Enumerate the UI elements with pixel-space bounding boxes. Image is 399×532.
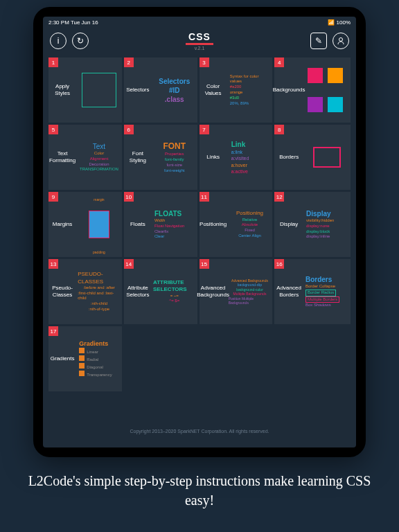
app-logo: CSS v.2.1	[186, 31, 213, 51]
info-button[interactable]: i	[50, 33, 66, 49]
screen: 2:30 PM Tue Jun 16 📶 100% i ↻ CSS v.2.1 …	[43, 17, 356, 447]
card-pseudo-classes[interactable]: 13 Pseudo-Classes PSEUDO-CLASSES:before …	[48, 259, 122, 324]
card-apply-styles[interactable]: 1 Apply Styles	[48, 57, 122, 123]
refresh-button[interactable]: ↻	[72, 33, 89, 49]
profile-button[interactable]	[332, 33, 349, 49]
card-font-styling[interactable]: 6 Font Styling FONTPropertiesfont-family…	[124, 125, 197, 190]
lesson-grid: 1 Apply Styles 2 Selectors Selectors#ID.…	[43, 53, 356, 415]
card-links[interactable]: 7 Links Linka:linka:visiteda:hovera:acti…	[200, 125, 273, 190]
notes-button[interactable]: ✎	[310, 33, 327, 49]
marketing-tagline: L2Code's simple step-by-step instruction…	[0, 457, 399, 524]
card-margins[interactable]: 9 Margins marginpadding	[48, 192, 122, 257]
card-positioning[interactable]: 11 Positioning PositioningRelativeAbsolu…	[200, 192, 273, 257]
card-advanced-backgrounds[interactable]: 15 Advanced Backgrounds Advanced Backgro…	[200, 259, 273, 324]
card-selectors[interactable]: 2 Selectors Selectors#ID.class	[124, 57, 197, 123]
status-battery: 📶 100%	[328, 19, 351, 26]
card-borders[interactable]: 8 Borders	[274, 125, 351, 190]
card-advanced-borders[interactable]: 16 Advanced Borders BordersBorder Collap…	[274, 259, 351, 324]
card-floats[interactable]: 10 Floats FLOATSWidthFloat NavigationCle…	[124, 192, 197, 257]
card-color-values[interactable]: 3 Color Values Syntax for color values#a…	[200, 57, 273, 123]
card-gradients[interactable]: 17 Gradients GradientsLinearRadialDiagon…	[48, 326, 122, 391]
status-bar: 2:30 PM Tue Jun 16 📶 100%	[43, 17, 356, 28]
tablet-frame: 2:30 PM Tue Jun 16 📶 100% i ↻ CSS v.2.1 …	[33, 7, 366, 457]
status-time: 2:30 PM Tue Jun 16	[48, 19, 98, 26]
card-display[interactable]: 12 Display Displayvisibility:hiddendispl…	[274, 192, 351, 257]
copyright: Copyright 2013–2020 SparkNET Corporation…	[43, 415, 356, 447]
card-text-formatting[interactable]: 5 Text Formatting TextColorAlignmentDeco…	[48, 125, 122, 190]
card-backgrounds[interactable]: 4 Backgrounds	[274, 57, 351, 123]
svg-point-0	[339, 38, 343, 42]
header: i ↻ CSS v.2.1 ✎	[43, 28, 356, 53]
card-attribute-selectors[interactable]: 14 Attribute Selectors ATTRIBUTE SELECTO…	[124, 259, 197, 324]
